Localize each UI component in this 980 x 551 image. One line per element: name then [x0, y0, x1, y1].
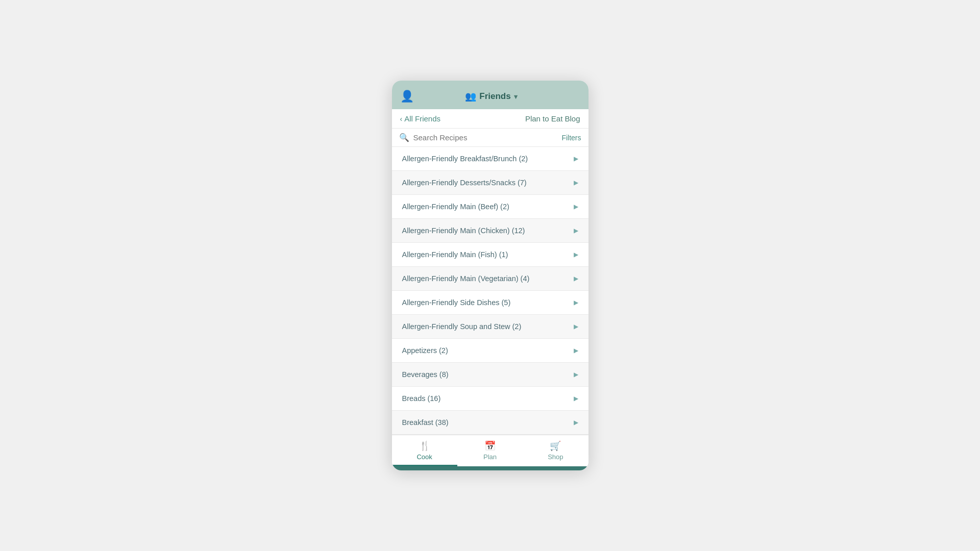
list-item[interactable]: Appetizers (2) ▶ — [392, 339, 589, 363]
tab-bar: 🍴 Cook 📅 Plan 🛒 Shop — [392, 435, 589, 466]
chevron-right-icon: ▶ — [574, 299, 578, 306]
chevron-right-icon: ▶ — [574, 155, 578, 162]
list-item[interactable]: Breakfast (38) ▶ — [392, 411, 589, 435]
recipe-item-label: Breads (16) — [402, 394, 441, 403]
list-item[interactable]: Allergen-Friendly Breakfast/Brunch (2) ▶ — [392, 147, 589, 171]
list-item[interactable]: Allergen-Friendly Main (Chicken) (12) ▶ — [392, 219, 589, 243]
user-icon: 👤 — [400, 90, 414, 103]
friends-icon: 👥 — [465, 91, 476, 102]
recipe-item-label: Appetizers (2) — [402, 346, 448, 355]
chevron-right-icon: ▶ — [574, 323, 578, 330]
chevron-right-icon: ▶ — [574, 419, 578, 426]
recipe-item-label: Allergen-Friendly Soup and Stew (2) — [402, 322, 522, 331]
recipe-item-label: Allergen-Friendly Main (Chicken) (12) — [402, 227, 525, 235]
search-icon: 🔍 — [399, 133, 409, 142]
chevron-right-icon: ▶ — [574, 203, 578, 210]
header-title-text: Friends — [479, 91, 510, 102]
chevron-right-icon: ▶ — [574, 347, 578, 354]
cook-tab-icon: 🍴 — [419, 440, 430, 452]
chevron-right-icon: ▶ — [574, 275, 578, 282]
recipe-item-label: Allergen-Friendly Desserts/Snacks (7) — [402, 179, 527, 187]
list-item[interactable]: Allergen-Friendly Soup and Stew (2) ▶ — [392, 315, 589, 339]
chevron-right-icon: ▶ — [574, 179, 578, 186]
list-item[interactable]: Allergen-Friendly Main (Fish) (1) ▶ — [392, 243, 589, 267]
all-friends-label: All Friends — [404, 114, 440, 123]
filters-button[interactable]: Filters — [561, 134, 581, 142]
bottom-bar — [392, 466, 589, 470]
recipe-item-label: Allergen-Friendly Main (Vegetarian) (4) — [402, 274, 530, 283]
plan-tab-label: Plan — [483, 453, 497, 461]
header-title: 👥 Friends ▾ — [465, 91, 517, 102]
list-item[interactable]: Beverages (8) ▶ — [392, 363, 589, 387]
header-chevron-icon: ▾ — [514, 93, 518, 101]
search-bar: 🔍 Filters — [392, 129, 589, 147]
recipe-item-label: Beverages (8) — [402, 370, 449, 379]
recipe-item-label: Allergen-Friendly Breakfast/Brunch (2) — [402, 155, 528, 163]
chevron-right-icon: ▶ — [574, 227, 578, 234]
chevron-right-icon: ▶ — [574, 395, 578, 402]
tab-cook[interactable]: 🍴 Cook — [392, 435, 457, 466]
recipe-item-label: Allergen-Friendly Main (Fish) (1) — [402, 251, 508, 259]
phone-container: 👤 👥 Friends ▾ ‹ All Friends Plan to Eat … — [392, 81, 589, 470]
shop-tab-label: Shop — [548, 453, 563, 461]
chevron-right-icon: ▶ — [574, 251, 578, 258]
tab-plan[interactable]: 📅 Plan — [457, 435, 523, 466]
recipe-item-label: Breakfast (38) — [402, 418, 449, 427]
sub-nav: ‹ All Friends Plan to Eat Blog — [392, 109, 589, 129]
shop-tab-icon: 🛒 — [550, 440, 561, 452]
all-friends-back-link[interactable]: ‹ All Friends — [400, 114, 441, 123]
search-input[interactable] — [413, 133, 558, 142]
list-item[interactable]: Breads (16) ▶ — [392, 387, 589, 411]
back-chevron-icon: ‹ — [400, 115, 403, 123]
tab-shop[interactable]: 🛒 Shop — [523, 435, 588, 466]
plan-tab-icon: 📅 — [484, 440, 496, 452]
recipe-list: Allergen-Friendly Breakfast/Brunch (2) ▶… — [392, 147, 589, 435]
recipe-item-label: Allergen-Friendly Main (Beef) (2) — [402, 203, 509, 211]
list-item[interactable]: Allergen-Friendly Main (Beef) (2) ▶ — [392, 195, 589, 219]
chevron-right-icon: ▶ — [574, 371, 578, 378]
cook-tab-label: Cook — [416, 453, 432, 461]
recipe-item-label: Allergen-Friendly Side Dishes (5) — [402, 298, 511, 307]
list-item[interactable]: Allergen-Friendly Main (Vegetarian) (4) … — [392, 267, 589, 291]
plan-to-eat-blog-link[interactable]: Plan to Eat Blog — [525, 114, 580, 123]
list-item[interactable]: Allergen-Friendly Desserts/Snacks (7) ▶ — [392, 171, 589, 195]
list-item[interactable]: Allergen-Friendly Side Dishes (5) ▶ — [392, 291, 589, 315]
header: 👤 👥 Friends ▾ — [392, 81, 589, 109]
